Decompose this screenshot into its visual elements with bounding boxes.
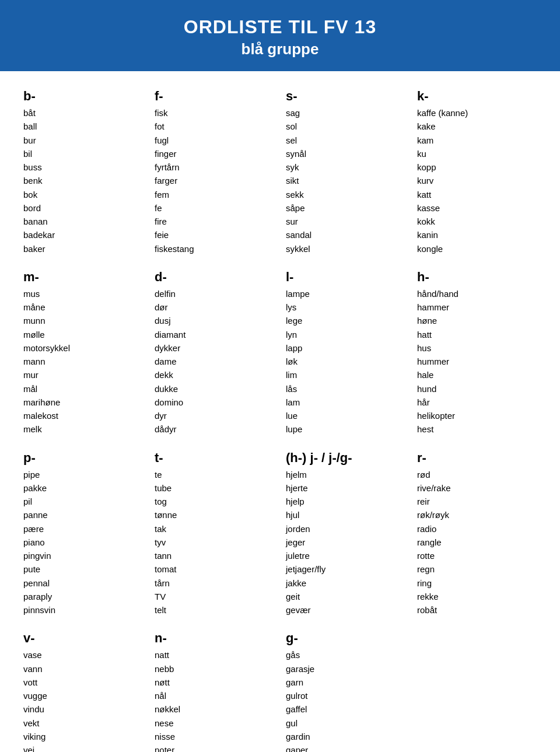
word-item: hånd/hand: [417, 287, 537, 300]
word-item: reir: [417, 495, 537, 508]
word-item: fem: [155, 188, 274, 201]
word-item: hår: [417, 396, 537, 409]
word-item: vei: [23, 743, 143, 752]
word-item: noter: [155, 743, 274, 752]
word-item: rangle: [417, 536, 537, 549]
word-item: diamant: [155, 328, 274, 341]
word-item: gevær: [286, 603, 405, 617]
word-item: nål: [155, 689, 274, 702]
word-item: hummer: [417, 355, 537, 368]
word-item: jorden: [286, 522, 405, 536]
word-item: tønne: [155, 508, 274, 522]
word-item: mur: [23, 368, 143, 382]
word-item: dør: [155, 300, 274, 314]
word-item: viking: [23, 730, 143, 743]
word-item: dame: [155, 355, 274, 368]
section-b: b-båtballburbilbussbenkbokbordbananbadek…: [23, 89, 143, 256]
word-item: dekk: [155, 368, 274, 382]
word-item: delfin: [155, 287, 274, 300]
word-item: røk/røyk: [417, 508, 537, 522]
word-item: lys: [286, 300, 405, 314]
word-item: buss: [23, 160, 143, 174]
word-item: rive/rake: [417, 481, 537, 495]
section-header-v: v-: [23, 631, 143, 646]
word-item: lim: [286, 368, 405, 382]
section-header-h: h-: [417, 270, 537, 285]
word-item: lue: [286, 409, 405, 422]
section-header-t: t-: [155, 450, 274, 466]
word-item: gardin: [286, 730, 405, 743]
word-item: hammer: [417, 300, 537, 314]
word-item: såpe: [286, 201, 405, 215]
word-item: pute: [23, 562, 143, 576]
word-item: lam: [286, 396, 405, 409]
word-item: hjerte: [286, 481, 405, 495]
word-item: pil: [23, 495, 143, 508]
section-h: h-hånd/handhammerhønehatthushummerhalehu…: [417, 270, 537, 436]
section-l: l-lampelyslegelynlappløklimlåslamluelupe: [286, 270, 405, 436]
word-item: sel: [286, 134, 405, 147]
word-item: sykkel: [286, 242, 405, 256]
word-item: dykker: [155, 341, 274, 355]
word-item: nøtt: [155, 676, 274, 689]
section-header-n: n-: [155, 631, 274, 646]
word-item: sikt: [286, 174, 405, 187]
word-item: juletre: [286, 549, 405, 562]
word-item: tårn: [155, 576, 274, 590]
section-t: t-tetubetogtønnetaktyvtanntomattårnTVtel…: [155, 450, 274, 617]
word-item: hest: [417, 422, 537, 436]
section-n: n-nattnebbnøttnålnøkkelnesenissenoterneg…: [155, 631, 274, 752]
word-item: gaffel: [286, 702, 405, 716]
word-item: fiskestang: [155, 242, 274, 256]
word-item: hjelp: [286, 495, 405, 508]
word-item: nese: [155, 716, 274, 730]
word-item: mål: [23, 382, 143, 396]
section-header-hj: (h-) j- / j-/g-: [286, 450, 405, 466]
word-item: te: [155, 468, 274, 481]
word-item: pære: [23, 522, 143, 536]
word-item: geit: [286, 590, 405, 603]
word-item: jakke: [286, 576, 405, 590]
word-item: sandal: [286, 228, 405, 242]
column-2: s-sagsolselsynålsyksiktsekksåpesursandal…: [286, 89, 405, 752]
section-v: v-vasevannvottvuggevinduvektvikingveivaf…: [23, 631, 143, 752]
word-item: hund: [417, 382, 537, 396]
section-d: d-delfindørdusjdiamantdykkerdamedekkdukk…: [155, 270, 274, 436]
word-item: fisk: [155, 106, 274, 120]
section-k: k-kaffe (kanne)kakekamkukoppkurvkattkass…: [417, 89, 537, 256]
word-item: panne: [23, 508, 143, 522]
word-item: sol: [286, 120, 405, 133]
word-item: ball: [23, 120, 143, 133]
word-item: dusj: [155, 314, 274, 327]
word-item: tann: [155, 549, 274, 562]
word-item: hatt: [417, 328, 537, 341]
section-header-m: m-: [23, 270, 143, 285]
word-item: fire: [155, 215, 274, 228]
word-item: fugl: [155, 134, 274, 147]
word-item: malekost: [23, 409, 143, 422]
word-item: kurv: [417, 174, 537, 187]
word-item: regn: [417, 562, 537, 576]
word-item: fot: [155, 120, 274, 133]
word-item: kam: [417, 134, 537, 147]
word-item: tomat: [155, 562, 274, 576]
word-item: paraply: [23, 590, 143, 603]
section-header-f: f-: [155, 89, 274, 104]
word-item: bok: [23, 188, 143, 201]
word-item: mus: [23, 287, 143, 300]
section-header-p: p-: [23, 450, 143, 466]
section-header-k: k-: [417, 89, 537, 104]
word-item: lapp: [286, 341, 405, 355]
section-f: f-fiskfotfuglfingerfyrtårnfargerfemfefir…: [155, 89, 274, 256]
word-item: feie: [155, 228, 274, 242]
word-item: lege: [286, 314, 405, 327]
word-item: tube: [155, 481, 274, 495]
column-1: f-fiskfotfuglfingerfyrtårnfargerfemfefir…: [155, 89, 274, 752]
word-item: piano: [23, 536, 143, 549]
word-item: høne: [417, 314, 537, 327]
word-item: kaffe (kanne): [417, 106, 537, 120]
column-0: b-båtballburbilbussbenkbokbordbananbadek…: [23, 89, 143, 752]
section-m: m-musmånemunnmøllemotorsykkelmannmurmålm…: [23, 270, 143, 436]
word-item: lås: [286, 382, 405, 396]
word-item: banan: [23, 215, 143, 228]
